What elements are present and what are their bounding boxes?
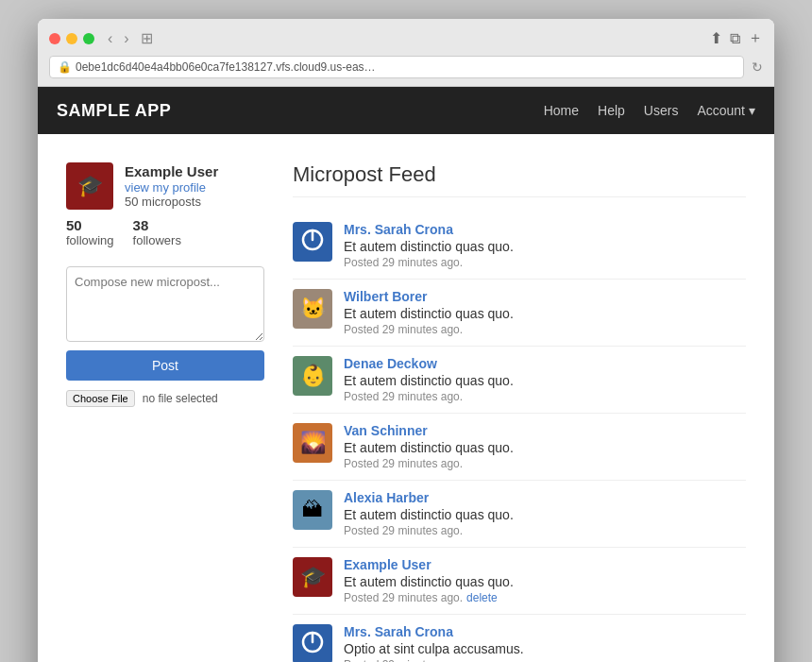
avatar-icon: 👶 <box>300 365 326 386</box>
new-tab-button[interactable]: ⧉ <box>730 30 740 47</box>
followers-count: 38 <box>133 217 181 233</box>
feed-avatar: 🏔 <box>293 490 332 530</box>
account-caret: ▾ <box>749 103 755 118</box>
feed-text: Et autem distinctio quas quo. <box>344 440 514 455</box>
feed-title: Micropost Feed <box>293 162 746 197</box>
nav-arrows: ‹ › <box>104 29 133 48</box>
feed-user-link[interactable]: Example User <box>344 557 431 572</box>
feed-content: Example User Et autem distinctio quas qu… <box>344 557 514 604</box>
feed-item: 🏔 Alexia Harber Et autem distinctio quas… <box>293 481 746 548</box>
feed-item: Mrs. Sarah Crona Et autem distinctio qua… <box>293 212 746 280</box>
app-body: SAMPLE APP Home Help Users Account ▾ 🎓 <box>38 87 774 662</box>
address-bar-row: 🔒 0ebe1dc6d40e4a4bb06e0ca7fe138127.vfs.c… <box>49 56 763 78</box>
feed-meta: Posted 29 minutes ago. <box>344 256 514 269</box>
feed-text: Et autem distinctio quas quo. <box>344 507 514 522</box>
followers-stat: 38 followers <box>133 217 181 247</box>
close-button[interactable] <box>49 33 60 44</box>
feed-meta: Posted 29 minutes ago. <box>344 323 514 336</box>
compose-area: Post <box>66 266 264 381</box>
user-details: Example User view my profile 50 micropos… <box>125 163 218 209</box>
avatar-icon: 🌄 <box>300 433 326 453</box>
feed-user-link[interactable]: Denae Deckow <box>344 356 437 371</box>
feed-meta: Posted 29 minutes ago.delete <box>344 591 514 604</box>
feed-list: Mrs. Sarah Crona Et autem distinctio qua… <box>293 212 746 662</box>
home-link[interactable]: Home <box>544 103 579 118</box>
avatar-icon: 🎓 <box>300 567 326 587</box>
file-none-label: no file selected <box>143 392 218 405</box>
app-navbar: SAMPLE APP Home Help Users Account ▾ <box>38 87 774 134</box>
file-input-row: Choose File no file selected <box>66 390 264 407</box>
feed-content: Van Schinner Et autem distinctio quas qu… <box>344 423 514 470</box>
feed-user-link[interactable]: Alexia Harber <box>344 490 429 505</box>
feed-content: Alexia Harber Et autem distinctio quas q… <box>344 490 514 537</box>
lock-icon: 🔒 <box>58 60 72 74</box>
avatar-icon <box>299 629 326 659</box>
browser-window: ‹ › ⊞ ⬆ ⧉ ＋ 🔒 0ebe1dc6d40e4a4bb06e0ca7fe… <box>38 19 774 662</box>
add-tab-button[interactable]: ＋ <box>748 28 763 48</box>
following-stat: 50 following <box>66 217 114 247</box>
feed-meta: Posted 29 minutes ago. <box>344 658 524 662</box>
feed-user-link[interactable]: Mrs. Sarah Crona <box>344 624 453 639</box>
account-label: Account <box>697 103 745 118</box>
follow-stats: 50 following 38 followers <box>66 217 264 247</box>
feed-text: Optio at sint culpa accusamus. <box>344 641 524 656</box>
feed-item: 🐱 Wilbert Borer Et autem distinctio quas… <box>293 280 746 347</box>
minimize-button[interactable] <box>66 33 77 44</box>
view-profile-link[interactable]: view my profile <box>125 180 206 195</box>
feed-user-link[interactable]: Van Schinner <box>344 423 428 438</box>
following-count: 50 <box>66 217 114 233</box>
feed-text: Et autem distinctio quas quo. <box>344 306 514 321</box>
feed-item: 🌄 Van Schinner Et autem distinctio quas … <box>293 414 746 481</box>
feed-section: Micropost Feed Mrs. Sarah Crona Et autem… <box>293 162 746 662</box>
feed-item: 👶 Denae Deckow Et autem distinctio quas … <box>293 347 746 414</box>
app-brand: SAMPLE APP <box>57 101 171 121</box>
feed-content: Denae Deckow Et autem distinctio quas qu… <box>344 356 514 403</box>
help-link[interactable]: Help <box>598 103 625 118</box>
feed-user-link[interactable]: Wilbert Borer <box>344 289 428 304</box>
user-info: 🎓 Example User view my profile 50 microp… <box>66 162 264 210</box>
address-bar[interactable]: 🔒 0ebe1dc6d40e4a4bb06e0ca7fe138127.vfs.c… <box>49 56 744 78</box>
feed-content: Wilbert Borer Et autem distinctio quas q… <box>344 289 514 336</box>
post-button[interactable]: Post <box>66 350 264 381</box>
feed-avatar <box>293 222 332 262</box>
users-link[interactable]: Users <box>644 103 679 118</box>
feed-text: Et autem distinctio quas quo. <box>344 373 514 388</box>
feed-meta: Posted 29 minutes ago. <box>344 390 514 403</box>
sidebar: 🎓 Example User view my profile 50 microp… <box>66 162 264 407</box>
forward-button[interactable]: › <box>120 29 132 48</box>
tab-icon: ⊞ <box>141 29 153 47</box>
microposts-count: 50 microposts <box>125 195 218 209</box>
feed-avatar <box>293 624 332 662</box>
nav-links: Home Help Users Account ▾ <box>544 103 755 118</box>
share-button[interactable]: ⬆ <box>710 29 722 47</box>
chrome-actions: ⬆ ⧉ ＋ <box>710 28 763 48</box>
avatar-icon: 🐱 <box>300 298 326 319</box>
feed-item: 🎓 Example User Et autem distinctio quas … <box>293 548 746 615</box>
feed-avatar: 👶 <box>293 356 332 396</box>
feed-meta: Posted 29 minutes ago. <box>344 524 514 537</box>
reload-button[interactable]: ↻ <box>752 59 763 75</box>
fullscreen-button[interactable] <box>83 33 94 44</box>
account-menu[interactable]: Account ▾ <box>697 103 755 118</box>
back-button[interactable]: ‹ <box>104 29 116 48</box>
feed-item: Mrs. Sarah Crona Optio at sint culpa acc… <box>293 615 746 662</box>
feed-avatar: 🌄 <box>293 423 332 463</box>
traffic-lights <box>49 33 94 44</box>
feed-content: Mrs. Sarah Crona Et autem distinctio qua… <box>344 222 514 269</box>
content-area: 🎓 Example User view my profile 50 microp… <box>38 134 774 662</box>
feed-text: Et autem distinctio quas quo. <box>344 574 514 589</box>
compose-input[interactable] <box>66 266 264 342</box>
delete-link[interactable]: delete <box>466 591 498 604</box>
followers-label: followers <box>133 233 181 247</box>
feed-avatar: 🐱 <box>293 289 332 329</box>
address-text: 0ebe1dc6d40e4a4bb06e0ca7fe138127.vfs.clo… <box>76 60 376 74</box>
following-label: following <box>66 233 114 247</box>
feed-user-link[interactable]: Mrs. Sarah Crona <box>344 222 453 237</box>
avatar: 🎓 <box>66 162 113 210</box>
avatar-icon: 🏔 <box>302 500 323 520</box>
avatar-icon <box>299 227 326 257</box>
feed-meta: Posted 29 minutes ago. <box>344 457 514 470</box>
feed-text: Et autem distinctio quas quo. <box>344 239 514 254</box>
browser-chrome: ‹ › ⊞ ⬆ ⧉ ＋ 🔒 0ebe1dc6d40e4a4bb06e0ca7fe… <box>38 19 774 87</box>
choose-file-button[interactable]: Choose File <box>66 390 135 407</box>
